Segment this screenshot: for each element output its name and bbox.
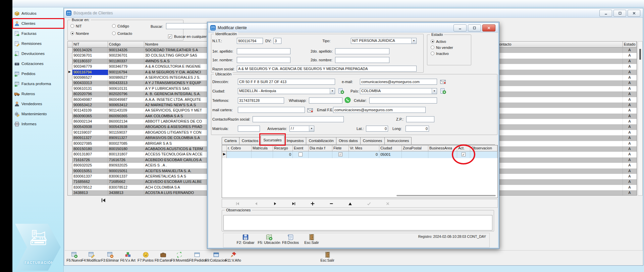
- sidebar-item-pedidos[interactable]: Pedidos: [14, 70, 62, 78]
- column-header-contacto[interactable]: Contacto: [495, 42, 623, 48]
- maximize-button[interactable]: [613, 10, 626, 17]
- subgrid-column-observacion[interactable]: Observacion: [470, 145, 497, 151]
- pais-select[interactable]: COLOMBIA▼: [360, 88, 437, 94]
- sidebar-item-remisiones[interactable]: Remisiones: [14, 40, 62, 48]
- subgrid-column-exent[interactable]: Exent: [293, 145, 309, 151]
- sidebar-item-devoluciones[interactable]: Devoluciones: [14, 50, 62, 58]
- tab-contabilizacion[interactable]: Contabilización: [306, 137, 336, 144]
- flete-checkbox-cell[interactable]: [332, 151, 349, 158]
- mail-cartera-button[interactable]: [307, 107, 313, 114]
- radio-nit[interactable]: [70, 24, 74, 28]
- flete-checkbox[interactable]: [338, 152, 342, 156]
- subgrid-column-recargo[interactable]: Recargo: [273, 145, 293, 151]
- toolbar-button-f8-cartera[interactable]: F8:Cartera: [154, 251, 172, 265]
- toolbar-button-f9-movmto[interactable]: F9:Movmto.: [171, 251, 187, 265]
- contacto-razon-input[interactable]: [253, 116, 344, 122]
- chevron-down-icon[interactable]: ▼: [330, 88, 335, 94]
- close-button[interactable]: [628, 10, 640, 17]
- nombre1-input[interactable]: [237, 57, 290, 63]
- subgrid-act-checkbox-cell[interactable]: [457, 151, 470, 158]
- horizontal-scrollbar[interactable]: [396, 195, 496, 196]
- modal-maximize-button[interactable]: [468, 24, 481, 31]
- tab-comisiones[interactable]: Comisiones: [360, 137, 385, 144]
- nit-input[interactable]: [237, 38, 263, 44]
- aniversario-select[interactable]: / /▼: [289, 126, 314, 132]
- sidebar-item-clientes[interactable]: Clientes: [14, 19, 62, 27]
- subgrid-column-r-cobro[interactable]: r. Cobro: [227, 145, 252, 151]
- sidebar-item-vendedores[interactable]: Vendedores: [14, 100, 62, 108]
- navigator-last-button[interactable]: [285, 200, 303, 207]
- toolbar-button-f7-puntos[interactable]: F7:Puntos: [137, 251, 154, 265]
- navigator-cancel-button[interactable]: [379, 200, 396, 207]
- vertical-scrollbar[interactable]: [638, 41, 643, 196]
- sidebar-item-articulos[interactable]: Artículos: [14, 9, 62, 17]
- navigator-delete-button[interactable]: [323, 200, 340, 207]
- chevron-down-icon[interactable]: ▼: [411, 38, 416, 44]
- mail-cartera-input[interactable]: [238, 107, 305, 113]
- radio-contacto[interactable]: [112, 31, 116, 35]
- tab-cartera[interactable]: Cartera: [222, 137, 239, 144]
- subgrid-column-vr-mes[interactable]: Vr. Mes: [349, 145, 379, 151]
- subgrid-column-zonapostal[interactable]: ZonaPostal: [402, 145, 428, 151]
- toolbar-button-f9-cotizaciones[interactable]: F9:Cotizaciones: [205, 251, 227, 265]
- estado-radio-inactivo[interactable]: [431, 52, 434, 55]
- toolbar-button-sf8-pedidos[interactable]: SF8:Pedidos: [187, 251, 207, 265]
- toolbar-button-f5-nuevo[interactable]: F5:Nuevo: [65, 251, 83, 265]
- radio-nombre[interactable]: [70, 31, 74, 35]
- email-fe-input[interactable]: [333, 107, 426, 113]
- sidebar-item-factura-proforma[interactable]: Factura proforma: [14, 80, 62, 88]
- tab-instrucciones[interactable]: Instrucciones: [384, 137, 412, 144]
- toolbar-button-f3-eliminar[interactable]: F3:Eliminar: [101, 251, 119, 265]
- subgrid-column-flete[interactable]: Flete: [332, 145, 349, 151]
- chevron-down-icon[interactable]: ▼: [432, 88, 437, 94]
- whatsapp-input[interactable]: [309, 97, 342, 104]
- ciudad-select[interactable]: MEDELLÍN - Antioquia▼: [238, 88, 335, 94]
- navigator-edit-button[interactable]: [341, 200, 359, 207]
- radio-codigo[interactable]: [112, 24, 116, 28]
- navigator-first-button[interactable]: [229, 200, 246, 207]
- column-header-estado[interactable]: Estado: [623, 42, 637, 48]
- lat-input[interactable]: [366, 126, 388, 132]
- ciudad-add-button[interactable]: [338, 88, 344, 94]
- dv-input[interactable]: [273, 38, 281, 44]
- whatsapp-icon[interactable]: [344, 97, 351, 103]
- subgrid-column-dia-max-f[interactable]: Dia máx f: [309, 145, 332, 151]
- navigator-insert-button[interactable]: [304, 200, 321, 207]
- scrollbar-thumb[interactable]: [639, 49, 641, 60]
- observaciones-textarea[interactable]: [223, 215, 492, 230]
- pais-add-button[interactable]: [440, 88, 446, 94]
- razon-social-input[interactable]: [237, 66, 417, 72]
- subgrid-column-ciudad[interactable]: Ciudad: [379, 145, 402, 151]
- email-input[interactable]: [360, 79, 437, 85]
- navigator-post-button[interactable]: [360, 200, 378, 207]
- matricula-input[interactable]: [238, 126, 260, 132]
- nombre2-input[interactable]: [335, 57, 389, 63]
- navigator-prior-button[interactable]: [248, 200, 265, 207]
- minimize-button[interactable]: [599, 10, 612, 17]
- toolbar-button-f11-v-ano[interactable]: F11:V.Año: [225, 251, 241, 265]
- tab-impuestos[interactable]: Impuestos: [284, 137, 307, 144]
- exento-checkbox-cell[interactable]: [293, 151, 309, 158]
- toolbar-button-esc-salir[interactable]: Esc:Salir: [319, 251, 336, 265]
- subgrid-act-checkbox[interactable]: [462, 152, 466, 156]
- nav-first-icon[interactable]: [100, 197, 106, 203]
- modal-close-button[interactable]: [482, 24, 495, 31]
- sidebar-item-cotizaciones[interactable]: Cotizaciones: [14, 60, 62, 68]
- column-header-codigo[interactable]: Código: [108, 42, 144, 48]
- apellido1-input[interactable]: [237, 48, 290, 54]
- estado-radio-activo[interactable]: [431, 40, 434, 43]
- tab-sucursales[interactable]: Sucursales: [261, 135, 284, 144]
- tab-otros-datos[interactable]: Otros datos: [336, 137, 361, 144]
- tipo-select[interactable]: NIT PERSONA JURIDICA▼: [351, 38, 417, 44]
- sidebar-item-informes[interactable]: Informes: [14, 120, 62, 128]
- tab-contactos[interactable]: Contactos: [239, 137, 261, 144]
- dialog-button-esc-salir[interactable]: Esc:Salir: [296, 234, 328, 247]
- estado-radio-no-vender[interactable]: [431, 46, 434, 49]
- sidebar-item-mantenimiento[interactable]: Mantenimiento: [14, 110, 62, 118]
- modal-minimize-button[interactable]: [453, 24, 467, 31]
- toolbar-button-f4-modificar[interactable]: F4:Modificar: [81, 251, 101, 265]
- celular-input[interactable]: [369, 97, 437, 104]
- subgrid-column-act[interactable]: Act.: [457, 145, 470, 151]
- toolbar-button-f6-v-x-art[interactable]: F6:V.x Art: [119, 251, 137, 265]
- column-header-nit[interactable]: NIT: [72, 42, 108, 48]
